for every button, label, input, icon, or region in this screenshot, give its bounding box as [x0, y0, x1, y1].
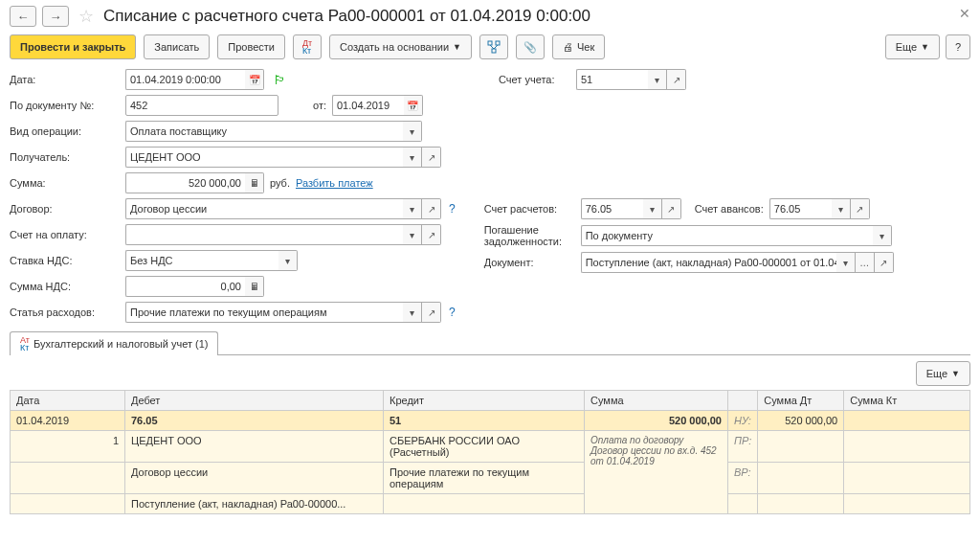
invoice-input[interactable]: [125, 224, 403, 245]
table-row[interactable]: Поступление (акт, накладная) Ра00-00000.…: [11, 494, 970, 514]
favorite-star-icon[interactable]: ☆: [78, 6, 94, 27]
account-input[interactable]: 51: [576, 69, 648, 90]
th-sumdt[interactable]: Сумма Дт: [758, 391, 844, 411]
from-label: от:: [313, 100, 326, 111]
th-sum[interactable]: Сумма: [585, 391, 728, 411]
invoice-label: Счет на оплату:: [10, 229, 120, 240]
create-based-button[interactable]: Создать на основании ▼: [329, 34, 472, 59]
settle-label: Счет расчетов:: [484, 203, 575, 215]
account-dropdown[interactable]: ▾: [648, 69, 667, 90]
more-button[interactable]: Еще ▼: [885, 34, 940, 59]
optype-dropdown[interactable]: ▾: [403, 121, 422, 142]
debt-input[interactable]: По документу: [581, 225, 873, 246]
table-row[interactable]: 01.04.2019 76.05 51 520 000,00 НУ: 520 0…: [11, 411, 970, 431]
account-label: Счет учета:: [499, 74, 570, 85]
contract-dropdown[interactable]: ▾: [403, 198, 422, 219]
sum-calc-button[interactable]: 🖩: [245, 172, 264, 193]
debt-label: Погашение задолженности:: [484, 224, 575, 247]
sum-label: Сумма:: [10, 177, 120, 189]
attachment-button[interactable]: 📎: [516, 34, 545, 59]
optype-input[interactable]: Оплата поставщику: [125, 121, 403, 142]
docno-label: По документу №:: [10, 100, 120, 111]
th-date[interactable]: Дата: [11, 391, 125, 411]
dtkt-icon: АтКт: [20, 336, 30, 352]
contract-open[interactable]: ↗: [422, 198, 441, 219]
from-date-input[interactable]: 01.04.2019: [332, 95, 404, 116]
expense-dropdown[interactable]: ▾: [403, 302, 422, 323]
dtkt-icon: ДтКт: [302, 39, 312, 55]
date-calendar-button[interactable]: 📅: [245, 69, 264, 90]
accounting-table: Дата Дебет Кредит Сумма Сумма Дт Сумма К…: [10, 390, 970, 514]
svg-line-3: [490, 45, 494, 49]
table-more-button[interactable]: Еще ▼: [916, 361, 970, 386]
svg-rect-0: [488, 41, 492, 45]
vatsum-input[interactable]: 0,00: [125, 276, 245, 297]
expense-label: Статья расходов:: [10, 307, 120, 318]
table-row[interactable]: Договор цессии Прочие платежи по текущим…: [11, 463, 970, 494]
contract-input[interactable]: Договор цессии: [125, 198, 403, 219]
post-and-close-button[interactable]: Провести и закрыть: [10, 34, 136, 59]
contract-help[interactable]: ?: [449, 202, 456, 216]
document-label: Документ:: [484, 257, 575, 268]
th-debit[interactable]: Дебет: [125, 391, 384, 411]
date-input[interactable]: 01.04.2019 0:00:00: [125, 69, 245, 90]
sum-input[interactable]: 520 000,00: [125, 172, 245, 193]
docno-input[interactable]: 452: [125, 95, 278, 116]
document-dropdown[interactable]: ▾: [836, 252, 856, 273]
expense-input[interactable]: Прочие платежи по текущим операциям: [125, 302, 403, 323]
posted-flag-icon: 🏳: [274, 73, 286, 87]
printer-icon: 🖨: [563, 41, 573, 53]
optype-label: Вид операции:: [10, 125, 120, 137]
svg-rect-1: [496, 41, 500, 45]
close-icon[interactable]: ✕: [959, 6, 970, 21]
recipient-label: Получатель:: [10, 151, 120, 163]
advance-open[interactable]: ↗: [851, 198, 870, 219]
contract-label: Договор:: [10, 203, 120, 215]
recipient-dropdown[interactable]: ▾: [403, 147, 422, 168]
advance-label: Счет авансов:: [695, 203, 764, 215]
date-label: Дата:: [10, 74, 120, 85]
vatsum-label: Сумма НДС:: [10, 281, 120, 292]
table-row[interactable]: 1 ЦЕДЕНТ ООО СБЕРБАНК РОССИИ ОАО (Расчет…: [11, 431, 970, 463]
svg-rect-2: [492, 49, 496, 53]
settle-dropdown[interactable]: ▾: [643, 198, 662, 219]
settle-open[interactable]: ↗: [662, 198, 681, 219]
invoice-open[interactable]: ↗: [422, 224, 441, 245]
save-button[interactable]: Записать: [144, 34, 210, 59]
document-input[interactable]: Поступление (акт, накладная) Ра00-000001…: [581, 252, 836, 273]
invoice-dropdown[interactable]: ▾: [403, 224, 422, 245]
movements-button[interactable]: ДтКт: [293, 34, 322, 59]
nav-back[interactable]: ←: [10, 6, 36, 27]
expense-open[interactable]: ↗: [422, 302, 441, 323]
document-more[interactable]: …: [856, 252, 875, 273]
vatsum-calc[interactable]: 🖩: [245, 276, 264, 297]
advance-input[interactable]: 76.05: [769, 198, 832, 219]
vatrate-input[interactable]: Без НДС: [125, 250, 278, 271]
window-title: Списание с расчетного счета Ра00-000001 …: [103, 7, 590, 26]
post-button[interactable]: Провести: [217, 34, 285, 59]
split-payment-link[interactable]: Разбить платеж: [296, 177, 373, 189]
svg-line-4: [494, 45, 498, 49]
from-date-calendar[interactable]: 📅: [404, 95, 423, 116]
receipt-button[interactable]: 🖨 Чек: [552, 34, 605, 59]
th-sumkt[interactable]: Сумма Кт: [844, 391, 970, 411]
tab-accounting[interactable]: АтКт Бухгалтерский и налоговый учет (1): [10, 331, 218, 355]
vatrate-label: Ставка НДС:: [10, 255, 120, 266]
structure-button[interactable]: [479, 34, 508, 59]
help-button[interactable]: ?: [946, 34, 970, 59]
debt-dropdown[interactable]: ▾: [873, 225, 892, 246]
document-open[interactable]: ↗: [875, 252, 894, 273]
nav-forward[interactable]: →: [42, 6, 69, 27]
expense-help[interactable]: ?: [449, 306, 456, 319]
settle-input[interactable]: 76.05: [581, 198, 643, 219]
recipient-open[interactable]: ↗: [422, 147, 441, 168]
recipient-input[interactable]: ЦЕДЕНТ ООО: [125, 147, 403, 168]
advance-dropdown[interactable]: ▾: [832, 198, 851, 219]
account-open[interactable]: ↗: [667, 69, 686, 90]
paperclip-icon: 📎: [523, 41, 537, 54]
vatrate-dropdown[interactable]: ▾: [278, 250, 298, 271]
currency-label: руб.: [270, 177, 290, 189]
th-credit[interactable]: Кредит: [384, 391, 585, 411]
